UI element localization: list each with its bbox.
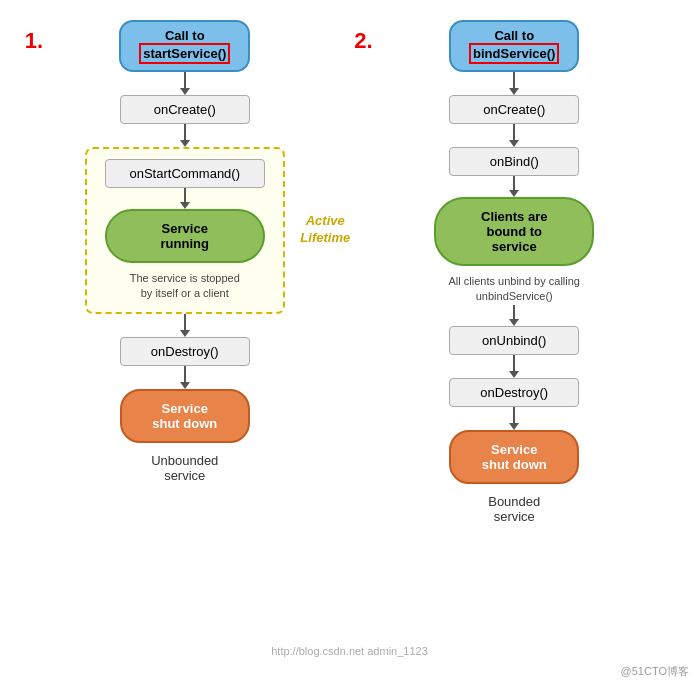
col1-arrow-2 [180, 124, 190, 147]
col1-call-box: Call to startService() [119, 20, 250, 72]
col2-number: 2. [354, 28, 372, 54]
site-watermark: @51CTO博客 [621, 664, 689, 679]
col2-clients-bound: Clients are bound to service [434, 197, 594, 266]
col1-bottom-label: Unbounded service [151, 453, 218, 483]
url-watermark: http://blog.csdn.net admin_1123 [271, 645, 428, 657]
col2-unbind-text: All clients unbind by calling unbindServ… [424, 274, 604, 305]
col2-onbind: onBind() [449, 147, 579, 176]
col1-arrow-5 [180, 366, 190, 389]
col1-ondestroy: onDestroy() [120, 337, 250, 366]
col1-stopped-text: The service is stopped by itself or a cl… [130, 271, 240, 302]
col2-arrow-3 [509, 176, 519, 197]
col2-arrow-4 [509, 305, 519, 326]
col2-call-line1: Call to [494, 28, 534, 43]
col1-active-lifetime: Active Lifetime onStartCommand() Service… [85, 147, 285, 314]
col2-arrow-6 [509, 407, 519, 430]
col2-shutdown: Service shut down [449, 430, 579, 484]
active-lifetime-label: Active Lifetime [288, 214, 363, 248]
col2-arrow-5 [509, 355, 519, 378]
col1-call-line1: Call to [165, 28, 205, 43]
col1-arrow-1 [180, 72, 190, 95]
col2-onunbind: onUnbind() [449, 326, 579, 355]
col1-arrow-3 [180, 188, 190, 209]
col1-onstartcommand: onStartCommand() [105, 159, 265, 188]
column-2: 2. Call to bindService() onCreate() onBi… [374, 20, 654, 524]
col1-oncreate: onCreate() [120, 95, 250, 124]
col2-arrow-2 [509, 124, 519, 147]
col1-shutdown: Service shut down [120, 389, 250, 443]
col2-call-box: Call to bindService() [449, 20, 579, 72]
col2-arrow-1 [509, 72, 519, 95]
col1-arrow-4 [180, 314, 190, 337]
col1-number: 1. [25, 28, 43, 54]
diagram-container: 1. Call to startService() onCreate() Act… [0, 0, 699, 687]
col2-oncreate: onCreate() [449, 95, 579, 124]
col1-call-highlight: startService() [139, 43, 230, 64]
col2-bottom-label: Bounded service [488, 494, 540, 524]
columns-layout: 1. Call to startService() onCreate() Act… [20, 10, 679, 677]
col2-call-highlight: bindService() [469, 43, 559, 64]
column-1: 1. Call to startService() onCreate() Act… [45, 20, 325, 483]
col2-ondestroy: onDestroy() [449, 378, 579, 407]
col1-service-running: Service running [105, 209, 265, 263]
